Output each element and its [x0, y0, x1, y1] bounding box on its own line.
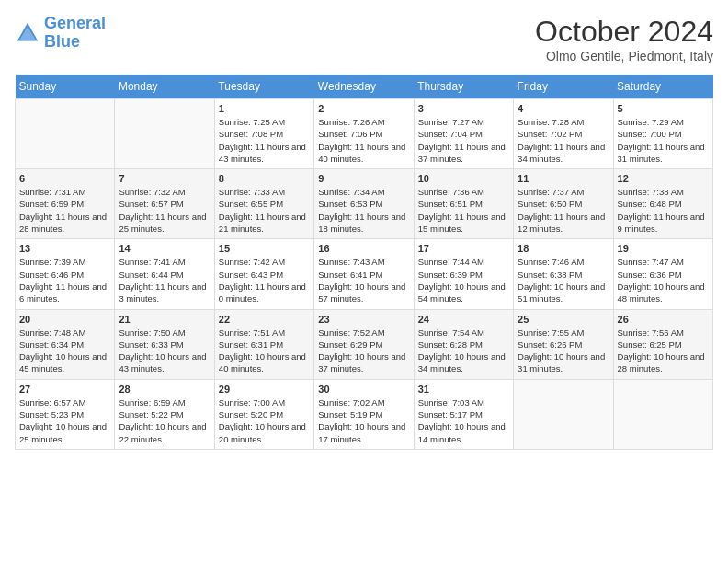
calendar-cell: 11Sunrise: 7:37 AM Sunset: 6:50 PM Dayli… [514, 169, 613, 239]
calendar-week-row: 27Sunrise: 6:57 AM Sunset: 5:23 PM Dayli… [16, 379, 713, 449]
day-info: Sunrise: 6:59 AM Sunset: 5:22 PM Dayligh… [119, 396, 210, 445]
calendar-cell: 23Sunrise: 7:52 AM Sunset: 6:29 PM Dayli… [314, 309, 414, 379]
calendar-cell: 2Sunrise: 7:26 AM Sunset: 7:06 PM Daylig… [314, 99, 414, 169]
day-info: Sunrise: 7:55 AM Sunset: 6:26 PM Dayligh… [518, 327, 609, 375]
calendar-cell: 20Sunrise: 7:48 AM Sunset: 6:34 PM Dayli… [16, 309, 115, 379]
calendar-week-row: 1Sunrise: 7:25 AM Sunset: 7:08 PM Daylig… [16, 99, 713, 169]
day-info: Sunrise: 7:41 AM Sunset: 6:44 PM Dayligh… [119, 256, 210, 304]
day-info: Sunrise: 6:57 AM Sunset: 5:23 PM Dayligh… [19, 396, 110, 445]
page-header: General Blue October 2024 Olmo Gentile, … [15, 15, 713, 63]
calendar-cell: 27Sunrise: 6:57 AM Sunset: 5:23 PM Dayli… [16, 379, 115, 449]
day-number: 7 [119, 173, 210, 184]
weekday-header-row: SundayMondayTuesdayWednesdayThursdayFrid… [16, 75, 713, 99]
day-number: 25 [518, 314, 609, 325]
title-block: October 2024 Olmo Gentile, Piedmont, Ita… [535, 15, 713, 63]
day-info: Sunrise: 7:46 AM Sunset: 6:38 PM Dayligh… [518, 256, 609, 304]
day-info: Sunrise: 7:28 AM Sunset: 7:02 PM Dayligh… [518, 116, 609, 165]
day-info: Sunrise: 7:27 AM Sunset: 7:04 PM Dayligh… [418, 116, 509, 165]
logo-text: General Blue [44, 15, 106, 52]
calendar-cell: 5Sunrise: 7:29 AM Sunset: 7:00 PM Daylig… [613, 99, 712, 169]
calendar-cell [613, 379, 712, 449]
day-number: 6 [19, 173, 110, 184]
day-info: Sunrise: 7:47 AM Sunset: 6:36 PM Dayligh… [618, 256, 709, 304]
day-info: Sunrise: 7:26 AM Sunset: 7:06 PM Dayligh… [318, 116, 409, 165]
day-number: 23 [318, 314, 409, 325]
calendar-cell: 30Sunrise: 7:02 AM Sunset: 5:19 PM Dayli… [314, 379, 414, 449]
day-info: Sunrise: 7:56 AM Sunset: 6:25 PM Dayligh… [618, 327, 709, 375]
day-number: 5 [618, 103, 709, 114]
day-number: 16 [318, 243, 409, 254]
calendar-cell: 22Sunrise: 7:51 AM Sunset: 6:31 PM Dayli… [214, 309, 313, 379]
logo-icon [15, 20, 40, 46]
day-number: 3 [418, 103, 509, 114]
day-number: 27 [19, 384, 110, 395]
day-number: 22 [219, 314, 310, 325]
calendar-cell: 14Sunrise: 7:41 AM Sunset: 6:44 PM Dayli… [115, 239, 214, 309]
day-number: 19 [618, 243, 709, 254]
weekday-header: Monday [115, 75, 214, 99]
calendar-cell: 15Sunrise: 7:42 AM Sunset: 6:43 PM Dayli… [214, 239, 313, 309]
day-info: Sunrise: 7:31 AM Sunset: 6:59 PM Dayligh… [19, 186, 110, 235]
day-number: 24 [418, 314, 509, 325]
calendar-cell: 18Sunrise: 7:46 AM Sunset: 6:38 PM Dayli… [514, 239, 613, 309]
calendar-cell: 12Sunrise: 7:38 AM Sunset: 6:48 PM Dayli… [613, 169, 712, 239]
calendar-cell: 21Sunrise: 7:50 AM Sunset: 6:33 PM Dayli… [115, 309, 214, 379]
day-info: Sunrise: 7:42 AM Sunset: 6:43 PM Dayligh… [219, 256, 310, 304]
day-number: 2 [318, 103, 409, 114]
weekday-header: Friday [514, 75, 613, 99]
logo-blue: Blue [44, 32, 80, 51]
calendar-cell: 1Sunrise: 7:25 AM Sunset: 7:08 PM Daylig… [214, 99, 313, 169]
day-info: Sunrise: 7:38 AM Sunset: 6:48 PM Dayligh… [618, 186, 709, 235]
calendar-cell: 17Sunrise: 7:44 AM Sunset: 6:39 PM Dayli… [414, 239, 513, 309]
day-number: 30 [318, 384, 409, 395]
day-info: Sunrise: 7:03 AM Sunset: 5:17 PM Dayligh… [418, 396, 509, 445]
calendar-cell: 24Sunrise: 7:54 AM Sunset: 6:28 PM Dayli… [414, 309, 513, 379]
month-title: October 2024 [535, 15, 713, 49]
calendar-cell [16, 99, 115, 169]
day-info: Sunrise: 7:34 AM Sunset: 6:53 PM Dayligh… [318, 186, 409, 235]
day-info: Sunrise: 7:44 AM Sunset: 6:39 PM Dayligh… [418, 256, 509, 304]
calendar-cell: 31Sunrise: 7:03 AM Sunset: 5:17 PM Dayli… [414, 379, 513, 449]
calendar-week-row: 6Sunrise: 7:31 AM Sunset: 6:59 PM Daylig… [16, 169, 713, 239]
day-info: Sunrise: 7:54 AM Sunset: 6:28 PM Dayligh… [418, 327, 509, 375]
logo-general: General [44, 14, 106, 32]
day-number: 17 [418, 243, 509, 254]
calendar-week-row: 13Sunrise: 7:39 AM Sunset: 6:46 PM Dayli… [16, 239, 713, 309]
day-number: 9 [318, 173, 409, 184]
day-info: Sunrise: 7:52 AM Sunset: 6:29 PM Dayligh… [318, 327, 409, 375]
calendar-cell: 13Sunrise: 7:39 AM Sunset: 6:46 PM Dayli… [16, 239, 115, 309]
day-number: 26 [618, 314, 709, 325]
calendar-cell: 3Sunrise: 7:27 AM Sunset: 7:04 PM Daylig… [414, 99, 513, 169]
day-info: Sunrise: 7:50 AM Sunset: 6:33 PM Dayligh… [119, 327, 210, 375]
weekday-header: Sunday [16, 75, 115, 99]
day-info: Sunrise: 7:00 AM Sunset: 5:20 PM Dayligh… [219, 396, 310, 445]
day-number: 4 [518, 103, 609, 114]
day-number: 10 [418, 173, 509, 184]
weekday-header: Thursday [414, 75, 513, 99]
calendar-cell: 19Sunrise: 7:47 AM Sunset: 6:36 PM Dayli… [613, 239, 712, 309]
calendar-cell: 29Sunrise: 7:00 AM Sunset: 5:20 PM Dayli… [214, 379, 313, 449]
day-number: 18 [518, 243, 609, 254]
day-number: 31 [418, 384, 509, 395]
day-number: 14 [119, 243, 210, 254]
logo: General Blue [15, 15, 106, 52]
calendar-week-row: 20Sunrise: 7:48 AM Sunset: 6:34 PM Dayli… [16, 309, 713, 379]
day-info: Sunrise: 7:43 AM Sunset: 6:41 PM Dayligh… [318, 256, 409, 304]
day-number: 12 [618, 173, 709, 184]
calendar-cell: 16Sunrise: 7:43 AM Sunset: 6:41 PM Dayli… [314, 239, 414, 309]
day-number: 20 [19, 314, 110, 325]
day-number: 29 [219, 384, 310, 395]
day-info: Sunrise: 7:51 AM Sunset: 6:31 PM Dayligh… [219, 327, 310, 375]
day-number: 11 [518, 173, 609, 184]
day-number: 28 [119, 384, 210, 395]
day-number: 15 [219, 243, 310, 254]
calendar-cell: 28Sunrise: 6:59 AM Sunset: 5:22 PM Dayli… [115, 379, 214, 449]
day-info: Sunrise: 7:32 AM Sunset: 6:57 PM Dayligh… [119, 186, 210, 235]
day-info: Sunrise: 7:02 AM Sunset: 5:19 PM Dayligh… [318, 396, 409, 445]
calendar-cell: 9Sunrise: 7:34 AM Sunset: 6:53 PM Daylig… [314, 169, 414, 239]
calendar-cell: 25Sunrise: 7:55 AM Sunset: 6:26 PM Dayli… [514, 309, 613, 379]
weekday-header: Wednesday [314, 75, 414, 99]
day-info: Sunrise: 7:25 AM Sunset: 7:08 PM Dayligh… [219, 116, 310, 165]
calendar-cell: 8Sunrise: 7:33 AM Sunset: 6:55 PM Daylig… [214, 169, 313, 239]
day-info: Sunrise: 7:48 AM Sunset: 6:34 PM Dayligh… [19, 327, 110, 375]
